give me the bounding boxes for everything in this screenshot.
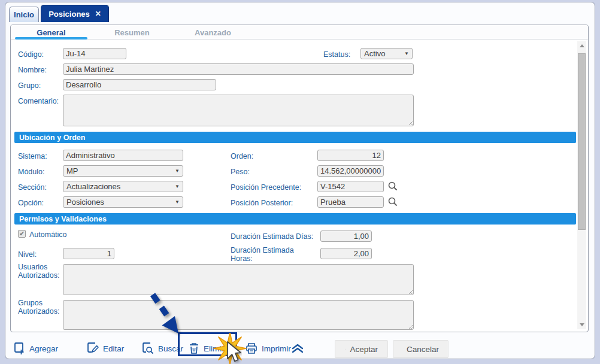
section-ubicacion-label: Ubicación y Orden: [19, 134, 85, 142]
opcion-label: Opción:: [18, 199, 44, 207]
edit-document-icon: [87, 342, 99, 355]
active-tab-underline: [15, 37, 87, 40]
sistema-input[interactable]: [63, 150, 183, 161]
seccion-value: Actualizaciones: [66, 182, 120, 191]
scroll-up-button[interactable]: [577, 41, 586, 50]
automatico-label: Automático: [29, 230, 67, 239]
eliminar-button[interactable]: Eliminar: [188, 339, 233, 357]
duracion-horas-input[interactable]: [320, 248, 372, 259]
buscar-button[interactable]: Buscar: [142, 339, 183, 357]
usuarios-autorizados-label: Usuarios Autorizados:: [18, 263, 62, 280]
collapse-toolbar-button[interactable]: [291, 339, 304, 357]
editar-button[interactable]: Editar: [87, 339, 124, 357]
double-chevron-up-icon: [291, 342, 304, 354]
tab-inicio-label: Inicio: [14, 10, 34, 19]
buscar-label: Buscar: [158, 344, 183, 353]
cancelar-label: Cancelar: [407, 345, 439, 354]
estatus-value: Activo: [364, 49, 385, 58]
peso-input[interactable]: [317, 165, 384, 177]
nivel-input[interactable]: [63, 248, 114, 259]
comentario-label: Comentario:: [18, 97, 59, 105]
opcion-value: Posiciones: [66, 198, 104, 207]
scroll-down-button[interactable]: [577, 320, 586, 329]
scrollbar-thumb[interactable]: [578, 53, 586, 230]
codigo-input[interactable]: [63, 48, 126, 59]
triangle-down-icon: [580, 323, 584, 326]
chevron-down-icon: ▼: [175, 184, 180, 189]
imprimir-label: Imprimir: [262, 344, 291, 353]
search-document-icon: [142, 342, 154, 355]
subtab-resumen-label: Resumen: [114, 28, 150, 37]
close-icon[interactable]: ✕: [95, 10, 101, 18]
triangle-up-icon: [580, 44, 584, 47]
duracion-dias-label: Duración Estimada Días:: [231, 232, 320, 241]
aceptar-label: Aceptar: [350, 345, 378, 354]
imprimir-button[interactable]: Imprimir: [245, 339, 291, 357]
comentario-textarea[interactable]: [63, 95, 414, 126]
add-document-icon: [14, 342, 26, 355]
peso-label: Peso:: [231, 168, 250, 176]
nivel-label: Nivel:: [18, 250, 37, 259]
section-header-permisos: Permisos y Validaciones: [14, 213, 576, 225]
grupo-input[interactable]: [63, 79, 216, 90]
grupos-autorizados-label: Grupos Autorizados:: [18, 299, 62, 316]
cancelar-button[interactable]: Cancelar: [393, 340, 449, 358]
usuarios-autorizados-textarea[interactable]: [63, 264, 414, 295]
codigo-label: Código:: [18, 50, 44, 59]
agregar-label: Agregar: [29, 344, 58, 353]
grupos-autorizados-textarea[interactable]: [63, 300, 414, 330]
subtab-avanzado-label: Avanzado: [195, 28, 231, 37]
nombre-label: Nombre:: [18, 66, 47, 74]
printer-icon: [245, 342, 258, 355]
aceptar-button[interactable]: Aceptar: [335, 340, 388, 358]
section-header-ubicacion: Ubicación y Orden: [14, 132, 576, 143]
pos-posterior-label: Posición Posterior:: [231, 199, 293, 207]
vertical-scrollbar[interactable]: [577, 41, 586, 329]
seccion-select[interactable]: Actualizaciones ▼: [63, 181, 183, 192]
chevron-down-icon: ▼: [404, 51, 409, 56]
modulo-select[interactable]: MP ▼: [63, 165, 183, 177]
trash-icon: [188, 342, 200, 355]
chevron-down-icon: ▼: [175, 168, 180, 174]
tab-posiciones-label: Posiciones: [49, 10, 90, 19]
modulo-value: MP: [66, 166, 78, 175]
window-container: Inicio Posiciones ✕ General Resumen Avan…: [5, 2, 595, 359]
duracion-dias-input[interactable]: [320, 230, 372, 242]
agregar-button[interactable]: Agregar: [14, 339, 58, 357]
checkmark-icon: [345, 345, 346, 353]
chevron-down-icon: ▼: [175, 199, 180, 205]
tab-inicio[interactable]: Inicio: [9, 7, 39, 22]
estatus-label: Estatus:: [323, 50, 350, 59]
orden-input[interactable]: [317, 150, 384, 161]
subtab-general[interactable]: General: [11, 25, 92, 40]
eliminar-label: Eliminar: [204, 344, 233, 353]
subtab-general-label: General: [37, 28, 65, 37]
pos-precedente-input[interactable]: [317, 181, 384, 192]
pos-posterior-input[interactable]: [317, 196, 384, 208]
subtab-resumen[interactable]: Resumen: [92, 25, 172, 40]
modulo-label: Módulo:: [18, 168, 44, 176]
automatico-checkbox[interactable]: ✔: [18, 230, 26, 238]
grupo-label: Grupo:: [18, 81, 41, 90]
seccion-label: Sección:: [18, 183, 47, 192]
subtab-avanzado[interactable]: Avanzado: [172, 25, 253, 40]
pos-precedente-label: Posición Precedente:: [231, 183, 301, 192]
editar-label: Editar: [103, 344, 124, 353]
duracion-horas-label: Duración Estimada Horas:: [231, 246, 301, 263]
orden-label: Orden:: [231, 152, 253, 160]
nombre-input[interactable]: [63, 63, 414, 75]
estatus-select[interactable]: Activo ▼: [360, 48, 413, 59]
opcion-select[interactable]: Posiciones ▼: [63, 196, 183, 208]
subtab-strip: General Resumen Avanzado: [11, 25, 588, 40]
form-panel: General Resumen Avanzado Código: Estatus…: [10, 25, 589, 332]
sistema-label: Sistema:: [18, 152, 47, 160]
check-icon: ✔: [19, 230, 25, 238]
search-icon[interactable]: [387, 196, 398, 207]
section-permisos-label: Permisos y Validaciones: [19, 215, 107, 223]
search-icon[interactable]: [387, 181, 398, 192]
tab-posiciones[interactable]: Posiciones ✕: [41, 5, 109, 22]
